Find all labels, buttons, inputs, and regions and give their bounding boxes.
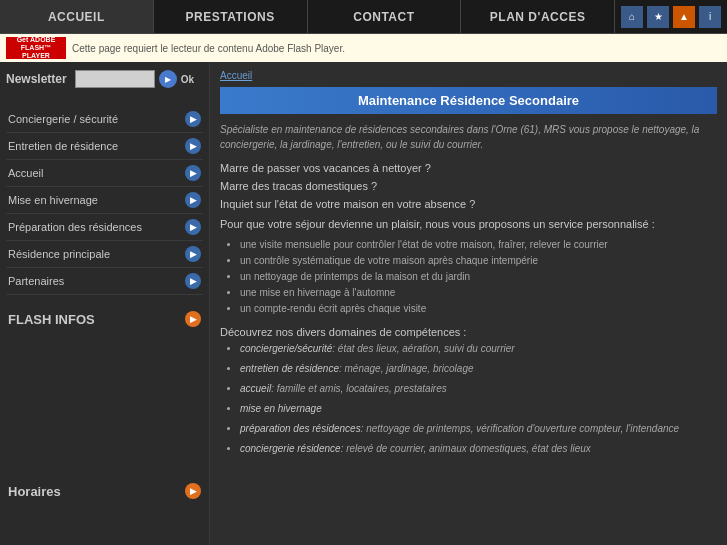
newsletter-arrow-icon: ▶ — [165, 75, 171, 84]
service-item: un contrôle systématique de votre maison… — [240, 254, 717, 268]
flash-infos-label: FLASH INFOS — [8, 312, 95, 327]
sidebar-item-label: Accueil — [8, 167, 43, 179]
flash-logo[interactable]: Get ADOBEFLASH™PLAYER — [6, 37, 66, 59]
sidebar-item-residence-principale[interactable]: Résidence principale ▶ — [6, 241, 203, 268]
competence-detail: : nettoyage de printemps, vérification d… — [361, 423, 679, 434]
competence-detail: : ménage, jardinage, bricolage — [339, 363, 474, 374]
star-icon-btn[interactable]: ★ — [647, 6, 669, 28]
horaires-arrow-icon: ▶ — [185, 483, 201, 499]
sidebar-item-label: Mise en hivernage — [8, 194, 98, 206]
competence-detail: : relevé de courrier, animaux domestique… — [341, 443, 591, 454]
sidebar-nav-list: Conciergerie / sécurité ▶ Entretien de r… — [6, 106, 203, 295]
services-list: une visite mensuelle pour contrôler l'ét… — [220, 238, 717, 316]
competence-cat: conciergerie résidence — [240, 443, 341, 454]
competences-intro: Découvrez nos divers domaines de compéte… — [220, 326, 717, 338]
competence-cat: conciergerie/sécurité — [240, 343, 332, 354]
question-2: Marre des tracas domestiques ? — [220, 180, 717, 192]
nav-prestations[interactable]: PRESTATIONS — [154, 0, 308, 33]
sidebar-item-entretien[interactable]: Entretien de résidence ▶ — [6, 133, 203, 160]
sidebar-arrow-icon: ▶ — [185, 219, 201, 235]
service-item: une visite mensuelle pour contrôler l'ét… — [240, 238, 717, 252]
competence-item-4: mise en hivernage — [240, 402, 717, 416]
sidebar: Newsletter ▶ Ok Conciergerie / sécurité … — [0, 62, 210, 545]
flash-notice-text: Cette page requiert le lecteur de conten… — [72, 43, 345, 54]
sidebar-item-preparation[interactable]: Préparation des résidences ▶ — [6, 214, 203, 241]
horaires-section[interactable]: Horaires ▶ — [6, 479, 203, 503]
competence-cat: préparation des résidences — [240, 423, 361, 434]
sidebar-item-label: Entretien de résidence — [8, 140, 118, 152]
sidebar-arrow-icon: ▶ — [185, 273, 201, 289]
nav-accueil[interactable]: ACCUEIL — [0, 0, 154, 33]
question-1: Marre de passer vos vacances à nettoyer … — [220, 162, 717, 174]
horaires-label: Horaires — [8, 484, 61, 499]
service-item: un nettoyage de printemps de la maison e… — [240, 270, 717, 284]
sidebar-item-accueil[interactable]: Accueil ▶ — [6, 160, 203, 187]
sidebar-item-label: Résidence principale — [8, 248, 110, 260]
sidebar-item-label: Partenaires — [8, 275, 64, 287]
user-icon-btn[interactable]: ▲ — [673, 6, 695, 28]
content-subtitle: Spécialiste en maintenance de résidences… — [220, 122, 717, 152]
competence-cat: mise en hivernage — [240, 403, 322, 414]
competence-item-3: accueil: famille et amis, locataires, pr… — [240, 382, 717, 396]
service-item: un compte-rendu écrit après chaque visit… — [240, 302, 717, 316]
sidebar-arrow-icon: ▶ — [185, 165, 201, 181]
sidebar-item-hivernage[interactable]: Mise en hivernage ▶ — [6, 187, 203, 214]
competence-detail: : état des lieux, aération, suivi du cou… — [332, 343, 514, 354]
home-icon-btn[interactable]: ⌂ — [621, 6, 643, 28]
flash-notice-bar: Get ADOBEFLASH™PLAYER Cette page requier… — [0, 34, 727, 62]
sidebar-item-label: Préparation des résidences — [8, 221, 142, 233]
content-area: Accueil Maintenance Résidence Secondaire… — [210, 62, 727, 545]
breadcrumb[interactable]: Accueil — [220, 70, 717, 81]
flash-infos-arrow-icon: ▶ — [185, 311, 201, 327]
competence-cat: entretien de résidence — [240, 363, 339, 374]
competence-item-5: préparation des résidences: nettoyage de… — [240, 422, 717, 436]
sidebar-arrow-icon: ▶ — [185, 246, 201, 262]
sidebar-arrow-icon: ▶ — [185, 111, 201, 127]
competence-item-1: conciergerie/sécurité: état des lieux, a… — [240, 342, 717, 356]
sidebar-item-partenaires[interactable]: Partenaires ▶ — [6, 268, 203, 295]
sidebar-item-label: Conciergerie / sécurité — [8, 113, 118, 125]
competence-cat: accueil — [240, 383, 271, 394]
newsletter-label: Newsletter — [6, 72, 67, 86]
competence-detail: : famille et amis, locataires, prestatai… — [271, 383, 447, 394]
nav-contact[interactable]: CONTACT — [308, 0, 462, 33]
nav-plan-acces[interactable]: PLAN D'ACCES — [461, 0, 615, 33]
flash-logo-text: Get ADOBEFLASH™PLAYER — [17, 36, 56, 59]
service-item: une mise en hivernage à l'automne — [240, 286, 717, 300]
content-title: Maintenance Résidence Secondaire — [220, 87, 717, 114]
top-navigation: ACCUEIL PRESTATIONS CONTACT PLAN D'ACCES… — [0, 0, 727, 34]
question-3: Inquiet sur l'état de votre maison en vo… — [220, 198, 717, 210]
competences-list: conciergerie/sécurité: état des lieux, a… — [220, 342, 717, 456]
sidebar-item-conciergerie[interactable]: Conciergerie / sécurité ▶ — [6, 106, 203, 133]
sidebar-arrow-icon: ▶ — [185, 138, 201, 154]
competence-item-2: entretien de résidence: ménage, jardinag… — [240, 362, 717, 376]
sidebar-arrow-icon: ▶ — [185, 192, 201, 208]
newsletter-ok-label: Ok — [181, 74, 194, 85]
newsletter-input[interactable] — [75, 70, 155, 88]
flash-infos-section[interactable]: FLASH INFOS ▶ — [6, 307, 203, 331]
info-icon-btn[interactable]: i — [699, 6, 721, 28]
main-layout: Newsletter ▶ Ok Conciergerie / sécurité … — [0, 62, 727, 545]
newsletter-section: Newsletter ▶ Ok — [6, 70, 203, 96]
newsletter-submit-btn[interactable]: ▶ — [159, 70, 177, 88]
services-intro: Pour que votre séjour devienne un plaisi… — [220, 218, 717, 230]
nav-icon-group: ⌂ ★ ▲ i — [615, 0, 727, 33]
competence-item-6: conciergerie résidence: relevé de courri… — [240, 442, 717, 456]
